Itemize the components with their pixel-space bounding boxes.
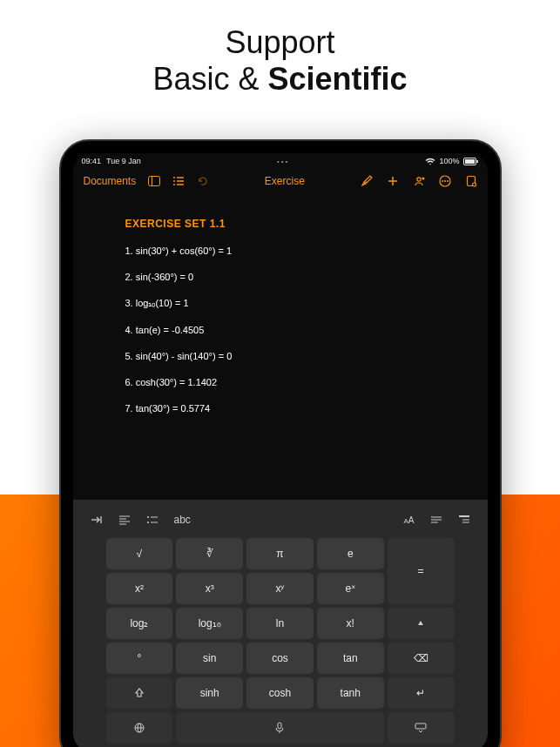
document-title: Exercise — [265, 175, 305, 187]
svg-point-17 — [444, 180, 446, 182]
documents-button[interactable]: Documents — [84, 175, 137, 187]
key-x2[interactable]: x² — [106, 573, 173, 604]
svg-point-28 — [147, 522, 149, 523]
key-e[interactable]: e — [317, 538, 384, 569]
key-log10[interactable]: log₁₀ — [176, 608, 243, 639]
svg-point-5 — [173, 177, 175, 178]
equation-4: 4. tan(e) = -0.4505 — [125, 325, 435, 335]
scientific-keyboard: abc AAAA √ ∛ π e = x² x³ — [73, 500, 488, 747]
status-bar: 09:41 Tue 9 Jan ••• 100% — [73, 153, 488, 169]
key-cosh[interactable]: cosh — [246, 677, 314, 709]
svg-point-20 — [472, 183, 476, 186]
status-battery: 100% — [439, 157, 459, 165]
more-icon[interactable] — [439, 175, 451, 187]
brush-icon[interactable] — [361, 175, 373, 187]
key-ex[interactable]: eˣ — [317, 573, 384, 604]
indent-icon[interactable] — [458, 515, 470, 525]
key-mic[interactable] — [176, 712, 383, 744]
status-dots: ••• — [141, 158, 426, 165]
equation-7: 7. tan(30°) = 0.5774 — [125, 403, 435, 414]
key-globe[interactable] — [106, 712, 173, 744]
svg-point-27 — [147, 516, 149, 518]
tablet-frame: 09:41 Tue 9 Jan ••• 100% Documents — [59, 139, 502, 747]
key-pi[interactable]: π — [246, 538, 314, 569]
svg-rect-2 — [476, 160, 478, 163]
key-tan[interactable]: tan — [317, 643, 384, 674]
document-content[interactable]: EXERCISE SET 1.1 1. sin(30°) + cos(60°) … — [73, 193, 488, 500]
key-log2[interactable]: log₂ — [106, 608, 173, 639]
status-date: Tue 9 Jan — [106, 157, 141, 165]
keyboard-toolbar: abc AAAA — [73, 507, 488, 533]
note-icon[interactable] — [465, 175, 477, 187]
key-dismiss[interactable] — [388, 712, 455, 744]
key-x3[interactable]: x³ — [176, 573, 243, 604]
headline-scientific: Scientific — [267, 61, 407, 97]
status-time: 09:41 — [82, 157, 102, 165]
svg-point-18 — [447, 180, 449, 182]
key-shift[interactable] — [106, 677, 173, 709]
battery-icon — [463, 158, 479, 165]
key-sqrt[interactable]: √ — [106, 538, 173, 569]
equation-6: 6. cosh(30°) = 1.1402 — [125, 377, 435, 387]
key-ln[interactable]: ln — [246, 608, 314, 639]
equation-1: 1. sin(30°) + cos(60°) = 1 — [125, 246, 435, 256]
svg-point-7 — [173, 184, 175, 185]
svg-rect-3 — [149, 177, 160, 186]
key-tanh[interactable]: tanh — [317, 677, 384, 709]
equation-2: 2. sin(-360°) = 0 — [125, 272, 435, 282]
key-sin[interactable]: sin — [176, 643, 243, 674]
tab-icon[interactable] — [91, 515, 103, 525]
collaborate-icon[interactable] — [413, 175, 425, 187]
headline-line1: Support — [0, 24, 560, 61]
key-equals[interactable]: = — [388, 538, 455, 604]
align-icon[interactable] — [430, 515, 442, 525]
equation-3: 3. log₁₀(10) = 1 — [125, 298, 435, 309]
sidebar-icon[interactable] — [148, 175, 160, 187]
key-up[interactable] — [388, 608, 455, 639]
headline-basic: Basic & — [152, 61, 267, 97]
key-fact[interactable]: x! — [317, 608, 384, 639]
add-icon[interactable] — [387, 175, 399, 187]
svg-point-14 — [422, 178, 424, 180]
key-cos[interactable]: cos — [246, 643, 314, 674]
screen: 09:41 Tue 9 Jan ••• 100% Documents — [73, 153, 488, 747]
headline-line2: Basic & Scientific — [0, 61, 560, 98]
key-cbrt[interactable]: ∛ — [176, 538, 243, 569]
svg-point-13 — [416, 178, 420, 181]
exercise-heading: EXERCISE SET 1.1 — [125, 218, 435, 230]
list-icon[interactable] — [172, 175, 185, 187]
svg-point-16 — [442, 180, 443, 182]
key-backspace[interactable]: ⌫ — [388, 643, 455, 674]
text-size-button[interactable]: AAAA — [403, 515, 414, 525]
equation-5: 5. sin(40°) - sin(140°) = 0 — [125, 351, 435, 361]
key-grid: √ ∛ π e = x² x³ xʸ eˣ log₂ log₁₀ ln x! — [73, 533, 488, 747]
key-sinh[interactable]: sinh — [176, 677, 243, 709]
key-enter[interactable]: ↵ — [388, 677, 455, 709]
svg-rect-1 — [465, 159, 475, 164]
undo-icon[interactable] — [197, 175, 209, 187]
svg-rect-40 — [278, 723, 281, 729]
bullet-list-icon[interactable] — [146, 515, 159, 525]
key-xy[interactable]: xʸ — [246, 573, 314, 604]
marketing-headline: Support Basic & Scientific — [0, 0, 560, 98]
svg-rect-42 — [415, 723, 426, 729]
align-left-icon[interactable] — [118, 515, 131, 525]
wifi-icon — [425, 158, 435, 165]
svg-point-6 — [173, 180, 175, 182]
abc-button[interactable]: abc — [174, 514, 191, 526]
key-degree[interactable]: ° — [106, 643, 173, 674]
app-toolbar: Documents Exercise — [73, 169, 488, 193]
